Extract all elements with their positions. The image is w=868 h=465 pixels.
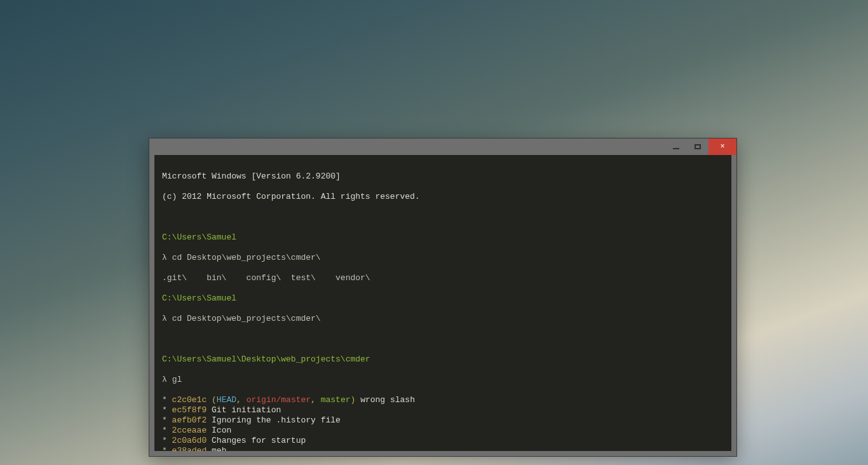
prompt-path: C:\Users\Samuel (162, 293, 724, 304)
prompt-path: C:\Users\Samuel (162, 232, 724, 243)
titlebar[interactable]: × (149, 138, 736, 155)
git-log-line: * 2c0a6d0 Changes for startup (162, 436, 724, 446)
blank-line (162, 212, 724, 222)
git-log-line: * 2cceaae Icon (162, 426, 724, 436)
banner-line: Microsoft Windows [Version 6.2.9200] (162, 172, 724, 182)
minimize-button[interactable] (665, 138, 687, 155)
commit-hash: 2c0a6d0 (172, 436, 207, 445)
prompt-path: C:\Users\Samuel\Desktop\web_projects\cmd… (162, 354, 724, 365)
commit-message: Git initiation (212, 405, 281, 415)
commit-message: meh (212, 446, 226, 451)
commit-hash: 2cceaae (172, 426, 207, 435)
git-log-line: * ec5f8f9 Git initiation (162, 405, 724, 415)
commit-hash: c2c0e1c (172, 395, 207, 405)
git-log-line: * aefb0f2 Ignoring the .history file (162, 415, 724, 426)
terminal-output[interactable]: Microsoft Windows [Version 6.2.9200] (c)… (154, 155, 731, 451)
commit-hash: aefb0f2 (172, 415, 207, 425)
commit-message: wrong slash (360, 395, 415, 405)
close-icon: × (720, 142, 724, 151)
blank-line (162, 334, 724, 344)
git-log-line: * c2c0e1c (HEAD, origin/master, master) … (162, 395, 724, 405)
maximize-button[interactable] (687, 138, 709, 155)
prompt-line: λ cd Desktop\web_projects\cmder\ (162, 253, 724, 263)
git-log: * c2c0e1c (HEAD, origin/master, master) … (162, 395, 724, 451)
prompt-line: λ cd Desktop\web_projects\cmder\ (162, 314, 724, 324)
close-button[interactable]: × (709, 138, 736, 155)
commit-message: Ignoring the .history file (212, 415, 341, 425)
minimize-icon (673, 148, 679, 149)
commit-hash: ec5f8f9 (172, 405, 207, 415)
commit-message: Changes for startup (212, 436, 306, 445)
maximize-icon (695, 144, 701, 149)
commit-hash: e38aded (172, 446, 207, 451)
prompt-line: λ gl (162, 375, 724, 385)
banner-line: (c) 2012 Microsoft Corporation. All righ… (162, 192, 724, 202)
terminal-window: × Microsoft Windows [Version 6.2.9200] (… (149, 138, 736, 456)
commit-message: Icon (212, 426, 231, 435)
git-log-line: * e38aded meh (162, 446, 724, 451)
dir-listing: .git\ bin\ config\ test\ vendor\ (162, 273, 724, 283)
